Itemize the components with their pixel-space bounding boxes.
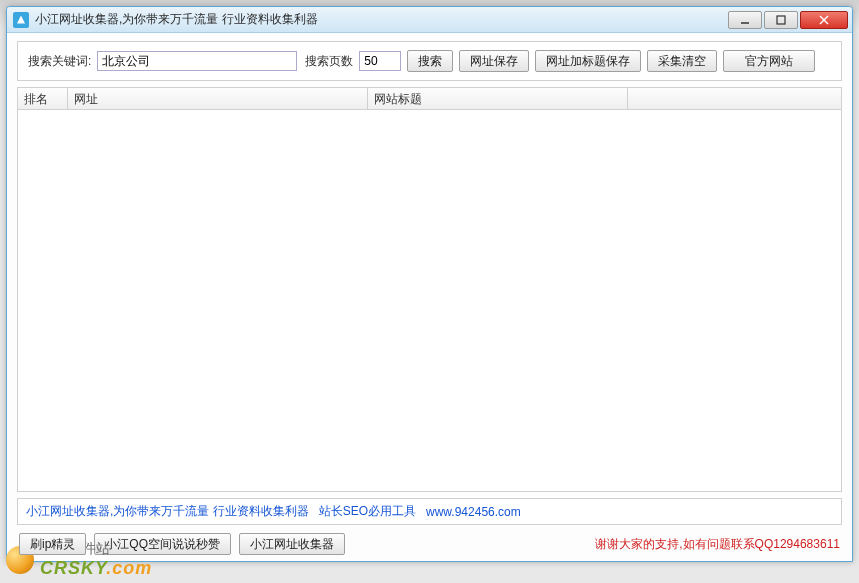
titlebar[interactable]: 小江网址收集器,为你带来万千流量 行业资料收集利器 [7,7,852,33]
footer-link[interactable]: www.942456.com [426,505,521,519]
pages-label: 搜索页数 [305,53,353,70]
minimize-button[interactable] [728,11,762,29]
col-rank[interactable]: 排名 [18,88,68,109]
pages-input[interactable] [359,51,401,71]
app-icon [13,12,29,28]
search-panel: 搜索关键词: 搜索页数 搜索 网址保存 网址加标题保存 采集清空 官方网站 [17,41,842,81]
save-url-button[interactable]: 网址保存 [459,50,529,72]
official-site-button[interactable]: 官方网站 [723,50,815,72]
col-url[interactable]: 网址 [68,88,368,109]
col-title[interactable]: 网站标题 [368,88,628,109]
maximize-button[interactable] [764,11,798,29]
search-button[interactable]: 搜索 [407,50,453,72]
footer-panel: 小江网址收集器,为你带来万千流量 行业资料收集利器 站长SEO必用工具 www.… [17,498,842,525]
clear-button[interactable]: 采集清空 [647,50,717,72]
app-window: 小江网址收集器,为你带来万千流量 行业资料收集利器 搜索关键词: 搜索页数 搜索… [6,6,853,562]
col-filler [628,88,841,109]
keyword-input[interactable] [97,51,297,71]
table-header: 排名 网址 网站标题 [18,88,841,110]
qq-like-button[interactable]: 小江QQ空间说说秒赞 [94,533,231,555]
save-url-title-button[interactable]: 网址加标题保存 [535,50,641,72]
results-table: 排名 网址 网站标题 [17,87,842,492]
table-body[interactable] [18,110,841,491]
close-button[interactable] [800,11,848,29]
footer-text-1: 小江网址收集器,为你带来万千流量 行业资料收集利器 [26,503,309,520]
ip-wizard-button[interactable]: 刷ip精灵 [19,533,86,555]
svg-rect-1 [777,16,785,24]
collector-button[interactable]: 小江网址收集器 [239,533,345,555]
window-title: 小江网址收集器,为你带来万千流量 行业资料收集利器 [35,11,726,28]
footer-text-2: 站长SEO必用工具 [319,503,416,520]
support-text: 谢谢大家的支持,如有问题联系QQ1294683611 [595,536,840,553]
keyword-label: 搜索关键词: [28,53,91,70]
bottom-row: 刷ip精灵 小江QQ空间说说秒赞 小江网址收集器 谢谢大家的支持,如有问题联系Q… [17,531,842,555]
